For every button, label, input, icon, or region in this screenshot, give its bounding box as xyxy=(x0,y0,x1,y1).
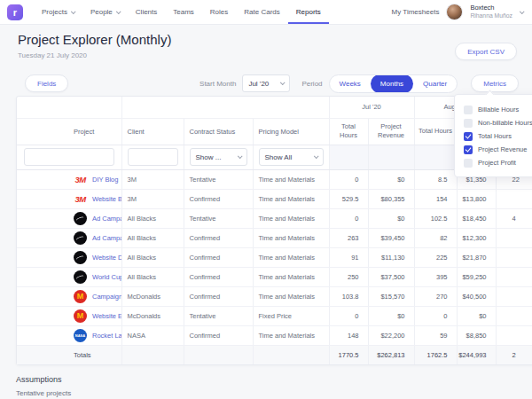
metrics-button[interactable]: Metrics xyxy=(471,74,519,92)
export-csv-button[interactable]: Export CSV xyxy=(455,43,517,60)
avatar[interactable] xyxy=(446,4,463,20)
checkbox-icon[interactable] xyxy=(464,159,473,168)
my-timesheets-link[interactable]: My Timesheets xyxy=(392,8,440,16)
aug-total-hours-cell: 59 xyxy=(414,325,457,345)
project-cell-content: Website Design Project xyxy=(74,251,121,264)
top-nav: r ProjectsPeopleClientsTeamsRolesRate Ca… xyxy=(0,0,532,25)
nav-item-people[interactable]: People xyxy=(82,0,128,24)
aug-project-revenue-cell: $21,870 xyxy=(457,247,496,267)
col-header-total-hours: Total Hours xyxy=(329,118,368,145)
metric-option-project-profit[interactable]: Project Profit xyxy=(455,157,532,168)
project-filter-input[interactable] xyxy=(24,148,114,166)
project-link[interactable]: Ad Campaign Microsite xyxy=(92,215,121,223)
period-option-months[interactable]: Months xyxy=(371,74,413,93)
table-row: Website Design ProjectAll BlacksConfirme… xyxy=(17,247,532,267)
nav-item-teams[interactable]: Teams xyxy=(165,0,202,24)
client-cell: 3M xyxy=(121,169,184,189)
project-link[interactable]: Ad Campaign Microsite xyxy=(92,234,121,242)
col-header-contract-status: Contract Status xyxy=(184,118,253,145)
chevron-down-icon xyxy=(71,9,76,14)
table-row: Ad Campaign MicrositeAll BlacksTentative… xyxy=(17,208,532,228)
project-link[interactable]: World Cup App xyxy=(92,273,121,281)
client-cell: All Blacks xyxy=(121,267,184,286)
table-row: Ad Campaign MicrositeAll BlacksConfirmed… xyxy=(17,228,532,247)
project-cell-content: MCampaign Microsite xyxy=(74,290,121,303)
pricing-model-cell: Time and Materials xyxy=(253,286,329,306)
col-header-client: Client xyxy=(121,118,184,145)
nav-item-reports[interactable]: Reports xyxy=(288,0,329,24)
nav-item-label: Clients xyxy=(136,8,157,16)
project-cell: MCampaign Microsite xyxy=(17,286,121,306)
project-link[interactable]: Campaign Microsite xyxy=(92,293,121,301)
pricing-model-cell: Time and Materials xyxy=(253,325,329,345)
jul-project-revenue-cell: $15,570 xyxy=(368,286,414,306)
nav-right: My Timesheets Boxtech Rihanna Muñoz xyxy=(392,0,523,24)
nav-item-label: Roles xyxy=(210,8,228,16)
next-month-cell xyxy=(496,286,532,306)
totals-spacer xyxy=(184,345,253,364)
checkbox-icon[interactable] xyxy=(464,119,473,128)
project-cell: Ad Campaign Microsite xyxy=(17,228,121,247)
client-filter-cell xyxy=(121,145,184,169)
contract-status-cell: Tentative xyxy=(184,169,253,189)
checkbox-icon[interactable] xyxy=(464,132,473,141)
start-month-value: Jul '20 xyxy=(248,80,269,88)
nav-item-projects[interactable]: Projects xyxy=(34,0,82,24)
start-month-select[interactable]: Jul '20 xyxy=(242,74,290,92)
aug-project-revenue-cell: $8,850 xyxy=(457,325,496,345)
project-cell-content: NASARocket Launch App xyxy=(74,329,121,342)
jul-project-revenue-cell: $37,500 xyxy=(368,267,414,286)
jul-total-hours-cell: 0 xyxy=(329,306,368,325)
metrics-dropdown: Billable HoursNon-billable HoursTotal Ho… xyxy=(454,94,532,177)
pricing-model-cell: Time and Materials xyxy=(253,228,329,247)
period-option-quarter[interactable]: Quarter xyxy=(413,74,457,93)
client-filter-input[interactable] xyxy=(128,148,178,166)
client-cell: McDonalds xyxy=(121,286,184,306)
project-cell: Website Design Project xyxy=(17,247,121,267)
project-link[interactable]: Website Enhancements xyxy=(92,312,121,320)
checkbox-icon[interactable] xyxy=(464,106,473,114)
period-option-weeks[interactable]: Weeks xyxy=(330,74,371,93)
checkbox-icon[interactable] xyxy=(464,145,473,154)
project-link[interactable]: DIY Blog xyxy=(92,176,118,184)
aug-total-hours-cell: 225 xyxy=(414,247,457,267)
aug-project-revenue-cell: $18,450 xyxy=(457,208,496,228)
account-info[interactable]: Boxtech Rihanna Muñoz xyxy=(470,4,512,19)
account-chevron-down-icon[interactable] xyxy=(520,9,525,14)
project-cell: NASARocket Launch App xyxy=(17,325,121,345)
all-blacks-logo-icon xyxy=(74,251,87,264)
jul-total-hours-cell: 148 xyxy=(329,325,368,345)
chevron-down-icon xyxy=(237,153,242,159)
3m-logo-icon: 3M xyxy=(74,173,87,186)
contract-status-filter-select[interactable]: Show ... xyxy=(190,148,247,166)
chevron-down-icon xyxy=(313,153,318,159)
metric-option-label: Non-billable Hours xyxy=(478,119,532,127)
aug-project-revenue-cell: $59,250 xyxy=(457,267,496,286)
metric-option-total-hours[interactable]: Total Hours xyxy=(455,130,532,142)
fields-button[interactable]: Fields xyxy=(25,74,68,92)
client-cell: McDonalds xyxy=(121,306,184,325)
project-link[interactable]: Rocket Launch App xyxy=(92,332,121,340)
project-link[interactable]: Website Build xyxy=(92,195,121,203)
nav-item-rate-cards[interactable]: Rate Cards xyxy=(236,0,287,24)
assumptions-item: Tentative projects xyxy=(16,389,71,397)
metric-option-project-revenue[interactable]: Project Revenue xyxy=(455,144,532,155)
project-cell-content: 3MDIY Blog xyxy=(74,173,121,186)
metric-option-non-billable-hours[interactable]: Non-billable Hours xyxy=(455,117,532,129)
project-link[interactable]: Website Design Project xyxy=(92,254,121,262)
3m-logo-icon: 3M xyxy=(74,192,87,206)
contract-status-cell: Confirmed xyxy=(184,228,253,247)
nav-item-roles[interactable]: Roles xyxy=(202,0,236,24)
pricing-model-cell: Fixed Price xyxy=(253,306,329,325)
nav-item-clients[interactable]: Clients xyxy=(128,0,165,24)
pricing-model-cell: Time and Materials xyxy=(253,267,329,286)
jul-total-hours-cell: 91 xyxy=(329,247,368,267)
contract-status-cell: Confirmed xyxy=(184,247,253,267)
metric-option-billable-hours[interactable]: Billable Hours xyxy=(455,104,532,115)
app-logo-icon[interactable]: r xyxy=(7,4,23,20)
metric-option-label: Billable Hours xyxy=(478,106,519,113)
pricing-model-filter-cell: Show All xyxy=(253,145,329,169)
table-row: 3MWebsite Build3MConfirmedTime and Mater… xyxy=(17,189,532,208)
month-spacer xyxy=(17,97,121,118)
pricing-model-filter-select[interactable]: Show All xyxy=(259,148,324,166)
